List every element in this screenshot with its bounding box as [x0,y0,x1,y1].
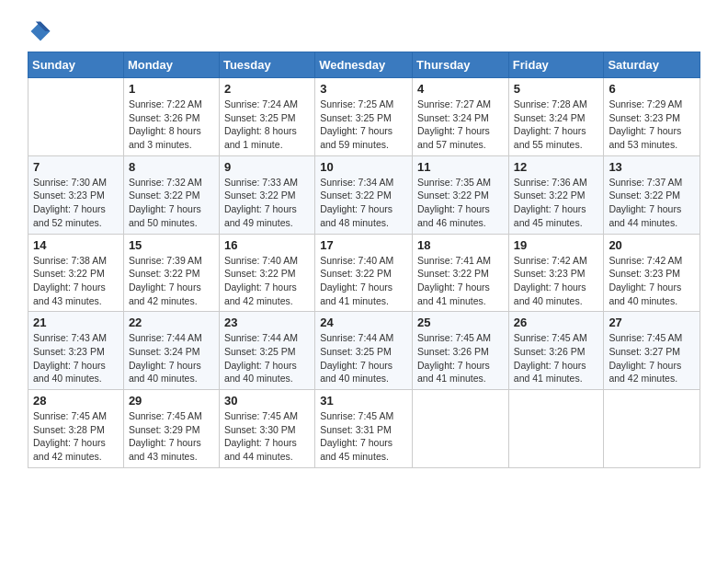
calendar-cell: 19Sunrise: 7:42 AMSunset: 3:23 PMDayligh… [508,234,604,312]
calendar-cell: 7Sunrise: 7:30 AMSunset: 3:23 PMDaylight… [28,155,124,234]
sunrise-text: Sunrise: 7:45 AM [417,332,491,343]
daylight-text: Daylight: 7 hours and 52 minutes. [33,203,106,228]
calendar-cell: 10Sunrise: 7:34 AMSunset: 3:22 PMDayligh… [315,155,413,234]
day-number: 28 [33,394,119,408]
week-row-3: 14Sunrise: 7:38 AMSunset: 3:22 PMDayligh… [28,234,700,312]
calendar-table: SundayMondayTuesdayWednesdayThursdayFrid… [28,52,700,468]
sunset-text: Sunset: 3:31 PM [320,424,392,435]
calendar-cell: 24Sunrise: 7:44 AMSunset: 3:25 PMDayligh… [315,312,413,390]
daylight-text: Daylight: 7 hours and 42 minutes. [129,282,201,306]
logo [28,18,57,44]
page-header [28,18,700,44]
sunset-text: Sunset: 3:23 PM [609,112,680,123]
daylight-text: Daylight: 7 hours and 57 minutes. [417,125,490,150]
daylight-text: Daylight: 7 hours and 45 minutes. [320,437,392,462]
sunrise-text: Sunrise: 7:44 AM [129,332,202,343]
day-info: Sunrise: 7:42 AMSunset: 3:23 PMDaylight:… [514,254,599,308]
sunrise-text: Sunrise: 7:42 AM [514,255,587,266]
calendar-cell: 22Sunrise: 7:44 AMSunset: 3:24 PMDayligh… [123,312,219,390]
day-number: 23 [224,316,310,329]
sunset-text: Sunset: 3:27 PM [609,346,680,357]
week-row-4: 21Sunrise: 7:43 AMSunset: 3:23 PMDayligh… [28,312,700,390]
daylight-text: Daylight: 7 hours and 48 minutes. [320,203,392,228]
sunset-text: Sunset: 3:22 PM [320,268,392,279]
sunset-text: Sunset: 3:22 PM [33,268,105,279]
calendar-cell: 28Sunrise: 7:45 AMSunset: 3:28 PMDayligh… [28,390,124,468]
calendar-cell: 18Sunrise: 7:41 AMSunset: 3:22 PMDayligh… [413,234,509,312]
day-number: 3 [320,82,407,96]
calendar-cell: 14Sunrise: 7:38 AMSunset: 3:22 PMDayligh… [28,234,124,312]
sunrise-text: Sunrise: 7:24 AM [224,98,298,109]
sunrise-text: Sunrise: 7:44 AM [224,332,298,343]
weekday-header-tuesday: Tuesday [219,52,314,78]
daylight-text: Daylight: 7 hours and 55 minutes. [514,125,586,150]
day-info: Sunrise: 7:27 AMSunset: 3:24 PMDaylight:… [417,98,504,152]
sunset-text: Sunset: 3:26 PM [514,346,586,357]
day-number: 7 [33,160,119,174]
sunrise-text: Sunrise: 7:30 AM [33,177,107,188]
day-info: Sunrise: 7:34 AMSunset: 3:22 PMDaylight:… [320,176,407,230]
day-info: Sunrise: 7:33 AMSunset: 3:22 PMDaylight:… [224,176,310,230]
calendar-cell: 21Sunrise: 7:43 AMSunset: 3:23 PMDayligh… [28,312,124,390]
sunset-text: Sunset: 3:22 PM [224,190,296,201]
day-number: 30 [224,394,310,408]
sunrise-text: Sunrise: 7:35 AM [417,177,491,188]
sunset-text: Sunset: 3:23 PM [33,190,105,201]
sunset-text: Sunset: 3:25 PM [320,346,392,357]
day-info: Sunrise: 7:44 AMSunset: 3:25 PMDaylight:… [224,331,310,385]
sunset-text: Sunset: 3:23 PM [33,346,105,357]
weekday-header-monday: Monday [123,52,219,78]
sunrise-text: Sunrise: 7:43 AM [33,332,107,343]
sunrise-text: Sunrise: 7:22 AM [129,98,202,109]
weekday-header-friday: Friday [508,52,604,78]
day-number: 6 [609,82,695,96]
sunrise-text: Sunrise: 7:44 AM [320,332,393,343]
day-number: 17 [320,238,407,252]
sunrise-text: Sunrise: 7:36 AM [514,177,587,188]
day-info: Sunrise: 7:44 AMSunset: 3:25 PMDaylight:… [320,331,407,385]
day-info: Sunrise: 7:32 AMSunset: 3:22 PMDaylight:… [129,176,214,230]
calendar-cell: 11Sunrise: 7:35 AMSunset: 3:22 PMDayligh… [413,155,509,234]
sunrise-text: Sunrise: 7:45 AM [514,332,587,343]
sunrise-text: Sunrise: 7:28 AM [514,98,587,109]
weekday-header-saturday: Saturday [604,52,700,78]
sunset-text: Sunset: 3:22 PM [417,268,489,279]
sunset-text: Sunset: 3:25 PM [224,112,296,123]
calendar-cell: 8Sunrise: 7:32 AMSunset: 3:22 PMDaylight… [123,155,219,234]
weekday-header-thursday: Thursday [413,52,509,78]
daylight-text: Daylight: 7 hours and 40 minutes. [33,360,106,385]
day-number: 18 [417,238,504,252]
day-info: Sunrise: 7:38 AMSunset: 3:22 PMDaylight:… [33,254,119,308]
sunset-text: Sunset: 3:23 PM [609,268,680,279]
calendar-cell: 20Sunrise: 7:42 AMSunset: 3:23 PMDayligh… [604,234,700,312]
day-info: Sunrise: 7:36 AMSunset: 3:22 PMDaylight:… [514,176,599,230]
sunrise-text: Sunrise: 7:45 AM [224,410,298,421]
day-info: Sunrise: 7:43 AMSunset: 3:23 PMDaylight:… [33,331,119,385]
day-info: Sunrise: 7:30 AMSunset: 3:23 PMDaylight:… [33,176,119,230]
weekday-header-row: SundayMondayTuesdayWednesdayThursdayFrid… [28,52,700,78]
daylight-text: Daylight: 7 hours and 50 minutes. [129,203,201,228]
daylight-text: Daylight: 7 hours and 40 minutes. [514,282,586,306]
day-info: Sunrise: 7:45 AMSunset: 3:26 PMDaylight:… [514,331,599,385]
week-row-2: 7Sunrise: 7:30 AMSunset: 3:23 PMDaylight… [28,155,700,234]
daylight-text: Daylight: 8 hours and 3 minutes. [129,125,201,150]
calendar-cell: 26Sunrise: 7:45 AMSunset: 3:26 PMDayligh… [508,312,604,390]
day-info: Sunrise: 7:40 AMSunset: 3:22 PMDaylight:… [320,254,407,308]
calendar-cell: 29Sunrise: 7:45 AMSunset: 3:29 PMDayligh… [123,390,219,468]
sunrise-text: Sunrise: 7:33 AM [224,177,298,188]
calendar-cell: 15Sunrise: 7:39 AMSunset: 3:22 PMDayligh… [123,234,219,312]
sunset-text: Sunset: 3:25 PM [320,112,392,123]
day-number: 22 [129,316,214,329]
weekday-header-wednesday: Wednesday [315,52,413,78]
sunrise-text: Sunrise: 7:38 AM [33,255,107,266]
calendar-cell: 31Sunrise: 7:45 AMSunset: 3:31 PMDayligh… [315,390,413,468]
sunset-text: Sunset: 3:22 PM [514,190,586,201]
day-number: 20 [609,238,695,252]
daylight-text: Daylight: 8 hours and 1 minute. [224,125,297,150]
sunset-text: Sunset: 3:24 PM [514,112,586,123]
calendar-cell: 17Sunrise: 7:40 AMSunset: 3:22 PMDayligh… [315,234,413,312]
day-info: Sunrise: 7:45 AMSunset: 3:28 PMDaylight:… [33,409,119,464]
day-number: 29 [129,394,214,408]
sunset-text: Sunset: 3:22 PM [609,190,680,201]
week-row-5: 28Sunrise: 7:45 AMSunset: 3:28 PMDayligh… [28,390,700,468]
